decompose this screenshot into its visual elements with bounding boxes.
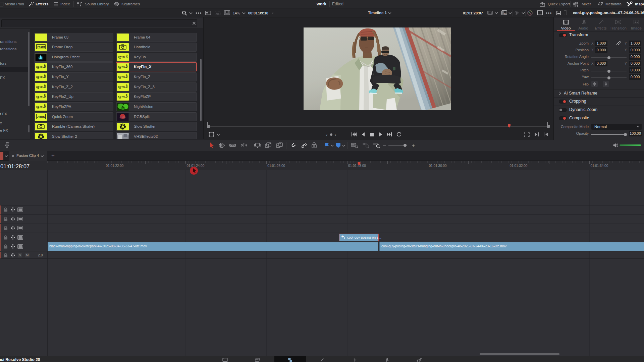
svg-text:ZOOM: ZOOM [37, 115, 46, 118]
svg-text:KEYFLO: KEYFLO [118, 76, 128, 78]
svg-text:KEYFLO: KEYFLO [36, 66, 46, 68]
svg-text:KEYFLO: KEYFLO [36, 76, 46, 78]
svg-text:KEYFLO: KEYFLO [36, 106, 46, 108]
svg-text:KEYFLO: KEYFLO [118, 86, 128, 88]
svg-text:HQ: HQ [504, 13, 507, 14]
svg-text:FRAME: FRAME [38, 46, 46, 48]
svg-text:KEYFLO: KEYFLO [36, 86, 46, 88]
svg-text:KEYFLO: KEYFLO [118, 96, 128, 98]
svg-text:KEYFLO: KEYFLO [36, 96, 46, 98]
svg-text:KEYFLO: KEYFLO [118, 56, 128, 58]
svg-text:KEYFLO: KEYFLO [118, 66, 128, 68]
